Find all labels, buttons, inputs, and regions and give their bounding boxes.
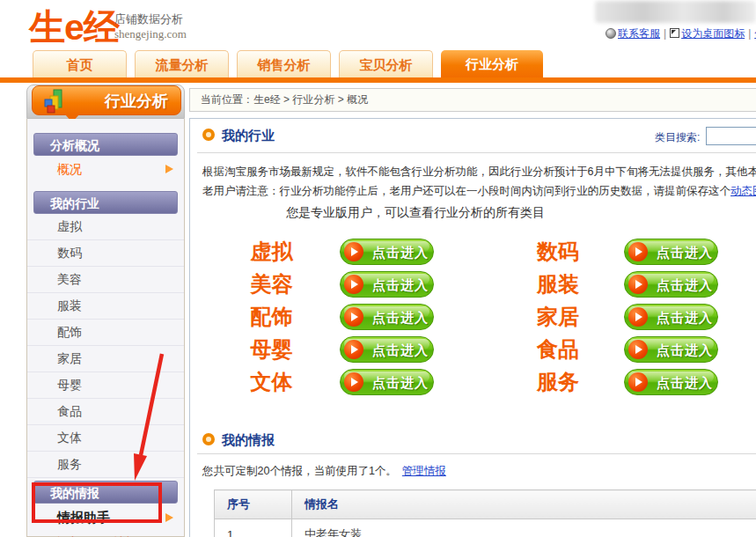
- sidebar-title-bubble: 行业分析: [32, 85, 181, 115]
- enter-button-beauty[interactable]: 点击进入: [340, 271, 434, 298]
- category-label-mother-baby: 母婴: [225, 336, 318, 363]
- sidebar-group-analysis-overview[interactable]: 分析概况: [33, 133, 178, 156]
- arrow-circle-icon: [344, 372, 363, 392]
- category-row: 母婴 点击进入 食品 点击进入: [190, 336, 756, 363]
- dynamic-image-link[interactable]: 动态图片: [730, 185, 756, 197]
- manage-intel-link[interactable]: 管理情报: [402, 465, 446, 477]
- sidebar-group-my-industry[interactable]: 我的行业: [33, 191, 178, 214]
- intel-usage-line: 您共可定制20个情报，当前使用了1个。管理情报: [202, 464, 446, 479]
- contact-support-link[interactable]: 联系客服: [618, 27, 660, 40]
- tab-sales-analysis[interactable]: 销售分析: [237, 50, 331, 77]
- arrow-circle-icon: [628, 275, 648, 294]
- sidebar-title: 行业分析: [92, 91, 180, 112]
- enter-button-virtual[interactable]: 点击进入: [340, 239, 434, 265]
- category-row: 文体 点击进入 服务 点击进入: [190, 369, 756, 395]
- desktop-shortcut-link[interactable]: 设为桌面图标: [681, 27, 745, 40]
- sidebar-item-virtual[interactable]: 虚拟: [27, 214, 184, 240]
- redacted-user-info: [595, 1, 756, 23]
- bar-chart-3d-icon: [41, 88, 73, 118]
- breadcrumb: 当前位置：生e经 > 行业分析 > 概况: [189, 88, 756, 112]
- enter-button-mother-baby[interactable]: 点击进入: [340, 336, 434, 363]
- category-label-home: 家居: [511, 304, 605, 330]
- sidebar-item-clothing[interactable]: 服装: [27, 293, 184, 320]
- category-label-beauty: 美容: [225, 271, 318, 298]
- col-header-intel-name: 情报名: [292, 490, 756, 519]
- section-bullet-icon: [202, 129, 215, 141]
- tabbar-underline: [0, 77, 756, 83]
- category-label-clothing: 服装: [511, 271, 605, 298]
- category-label-culture-sports: 文体: [225, 369, 318, 395]
- arrow-right-icon: [165, 513, 173, 522]
- table-header-row: 序号 情报名: [215, 490, 756, 519]
- sidebar-item-accessories[interactable]: 配饰: [27, 320, 184, 346]
- desktop-shortcut-icon: [670, 28, 679, 38]
- customer-service-icon: [606, 28, 616, 39]
- notice-line-2: 老用户请注意：行业分析功能停止后，老用户还可以在一小段时间内访问到行业的历史数据…: [202, 184, 756, 199]
- link-separator: |: [664, 27, 666, 40]
- annotation-arrow: [123, 349, 176, 489]
- sidebar-item-label: 概况: [57, 156, 82, 182]
- sidebar-item-digital[interactable]: 数码: [27, 240, 184, 267]
- enter-button-culture-sports[interactable]: 点击进入: [340, 369, 434, 395]
- arrow-circle-icon: [344, 275, 363, 294]
- logo[interactable]: 生e经: [29, 4, 119, 52]
- arrow-circle-icon: [628, 340, 648, 359]
- table-row: 1 中老年女装: [215, 519, 756, 537]
- link-separator: |: [748, 27, 751, 40]
- intel-table: 序号 情报名 1 中老年女装: [214, 489, 756, 537]
- main-panel: 我的行业 类目搜索: 根据淘宝服务市场最新规定，软件不能包含行业分析功能，因此行…: [189, 118, 756, 537]
- enter-button-services[interactable]: 点击进入: [624, 369, 718, 395]
- divider: [197, 152, 756, 153]
- logo-subtitle: 店铺数据分析: [114, 11, 183, 27]
- arrow-circle-icon: [344, 340, 363, 359]
- notice-line-1: 根据淘宝服务市场最新规定，软件不能包含行业分析功能，因此行业分析预计于6月中下旬…: [202, 165, 756, 180]
- divider: [197, 453, 756, 454]
- tab-industry-analysis[interactable]: 行业分析: [441, 50, 543, 77]
- category-label-virtual: 虚拟: [225, 239, 318, 265]
- sidebar-item-beauty[interactable]: 美容: [27, 267, 184, 293]
- category-label-digital: 数码: [511, 239, 605, 265]
- arrow-circle-icon: [628, 242, 648, 261]
- category-search-input[interactable]: [706, 127, 756, 145]
- category-row: 配饰 点击进入 家居 点击进入: [190, 304, 756, 330]
- header-links: 联系客服|设为桌面图标|使: [606, 26, 756, 40]
- arrow-circle-icon: [344, 307, 363, 327]
- cell-index: 1: [215, 519, 292, 537]
- tab-traffic-analysis[interactable]: 流量分析: [135, 50, 229, 77]
- sidebar-item-add-manage-intel[interactable]: 添加/管理 情报: [27, 532, 184, 537]
- category-label-services: 服务: [511, 369, 605, 395]
- app-window: 生e经 店铺数据分析 shengejing.com 联系客服|设为桌面图标|使 …: [0, 0, 756, 537]
- pro-user-line: 您是专业版用户，可以查看行业分析的所有类目: [190, 205, 641, 221]
- arrow-circle-icon: [628, 307, 648, 327]
- logo-domain: shengejing.com: [114, 27, 187, 41]
- section-title-my-intel: 我的情报: [222, 432, 275, 449]
- arrow-right-icon: [165, 165, 173, 173]
- enter-button-food[interactable]: 点击进入: [624, 336, 718, 363]
- arrow-circle-icon: [344, 242, 363, 261]
- tab-home[interactable]: 首页: [33, 50, 127, 77]
- intel-item-link[interactable]: 中老年女装: [305, 527, 362, 537]
- enter-button-home[interactable]: 点击进入: [624, 304, 718, 330]
- enter-button-accessories[interactable]: 点击进入: [340, 304, 434, 330]
- section-bullet-icon: [202, 433, 215, 445]
- enter-button-clothing[interactable]: 点击进入: [624, 271, 718, 298]
- sidebar-item-overview[interactable]: 概况: [27, 156, 184, 182]
- cell-intel-name: 中老年女装: [292, 519, 756, 537]
- col-header-index: 序号: [215, 490, 292, 519]
- category-row: 美容 点击进入 服装 点击进入: [190, 271, 756, 298]
- tab-item-analysis[interactable]: 宝贝分析: [339, 50, 433, 77]
- category-label-accessories: 配饰: [225, 304, 318, 330]
- arrow-circle-icon: [628, 372, 648, 392]
- section-title-my-industry: 我的行业: [222, 128, 275, 144]
- category-row: 虚拟 点击进入 数码 点击进入: [190, 239, 756, 265]
- category-label-food: 食品: [511, 336, 605, 363]
- enter-button-digital[interactable]: 点击进入: [624, 239, 718, 265]
- category-search-label: 类目搜索:: [655, 130, 700, 145]
